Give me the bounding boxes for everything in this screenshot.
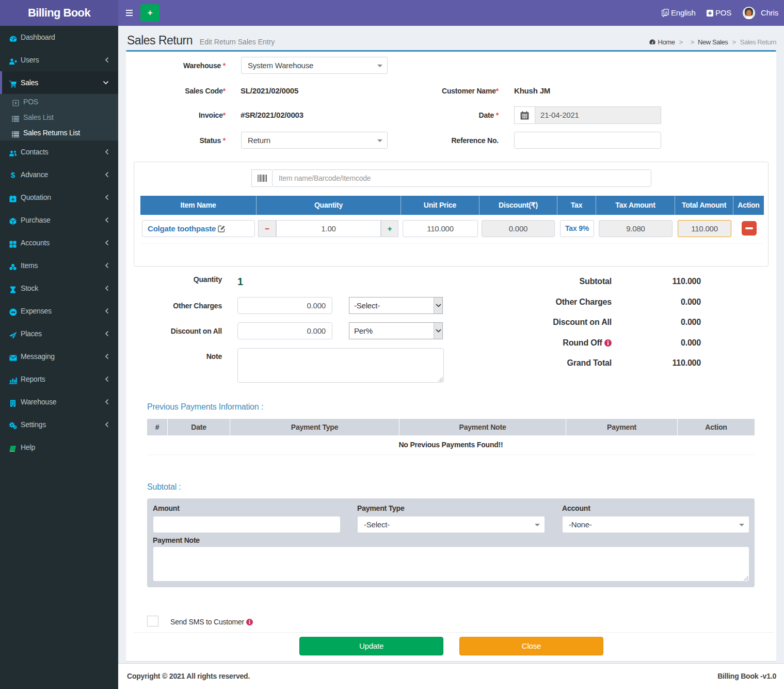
svg-text:A: A	[665, 10, 668, 15]
